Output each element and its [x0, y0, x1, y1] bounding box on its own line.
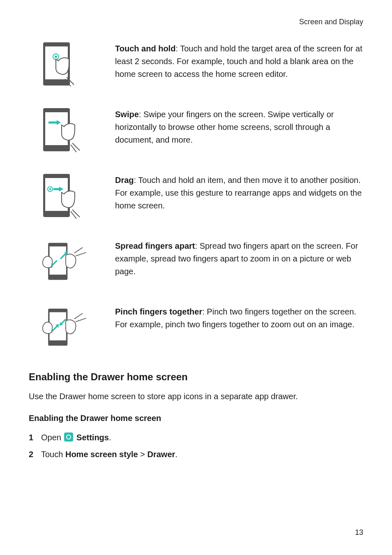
step-bold: Home screen style — [65, 450, 138, 459]
pinch-icon — [29, 301, 115, 355]
gesture-title: Drag — [115, 176, 134, 185]
subsection-heading: Enabling the Drawer home screen — [29, 412, 363, 425]
gesture-description: Spread fingers apart: Spread two fingers… — [115, 236, 363, 278]
spread-icon — [29, 236, 115, 289]
gesture-swipe: Swipe: Swipe your fingers on the screen.… — [29, 104, 363, 157]
gesture-title: Spread fingers apart — [115, 241, 195, 250]
gesture-pinch: Pinch fingers together: Pinch two finger… — [29, 301, 363, 355]
gesture-description: Drag: Touch and hold an item, and then m… — [115, 170, 363, 212]
gesture-title: Pinch fingers together — [115, 307, 202, 316]
step-bold: Drawer — [148, 450, 175, 459]
gesture-spread: Spread fingers apart: Spread two fingers… — [29, 236, 363, 289]
gesture-title: Swipe — [115, 110, 139, 119]
gesture-body: : Touch and hold an item, and then move … — [115, 176, 362, 210]
gesture-drag: Drag: Touch and hold an item, and then m… — [29, 170, 363, 223]
svg-point-3 — [55, 56, 57, 58]
gesture-description: Touch and hold: Touch and hold the targe… — [115, 38, 363, 81]
gesture-body: : Swipe your fingers on the screen. Swip… — [115, 110, 334, 144]
gesture-title: Touch and hold — [115, 44, 175, 53]
step-text: . — [175, 450, 178, 459]
gesture-description: Swipe: Swipe your fingers on the screen.… — [115, 104, 363, 146]
section-heading: Enabling the Drawer home screen — [29, 369, 363, 384]
step-bold: Settings — [76, 433, 109, 442]
section-intro: Use the Drawer home screen to store app … — [29, 390, 363, 403]
touch-and-hold-icon — [29, 38, 115, 92]
step-2: Touch Home screen style > Drawer. — [29, 448, 363, 461]
page-number: 13 — [355, 527, 363, 539]
svg-point-9 — [49, 188, 51, 190]
step-text: . — [109, 433, 111, 442]
gesture-description: Pinch fingers together: Pinch two finger… — [115, 301, 363, 331]
step-text: Touch — [41, 450, 65, 459]
gesture-touch-and-hold: Touch and hold: Touch and hold the targe… — [29, 38, 363, 92]
step-1: Open Settings. — [29, 431, 363, 444]
drag-icon — [29, 170, 115, 223]
page-header: Screen and Display — [29, 16, 363, 28]
step-text: Open — [41, 433, 63, 442]
step-text: > — [138, 450, 148, 459]
settings-icon — [64, 432, 73, 442]
steps-list: Open Settings. Touch Home screen style >… — [29, 431, 363, 461]
swipe-icon — [29, 104, 115, 157]
